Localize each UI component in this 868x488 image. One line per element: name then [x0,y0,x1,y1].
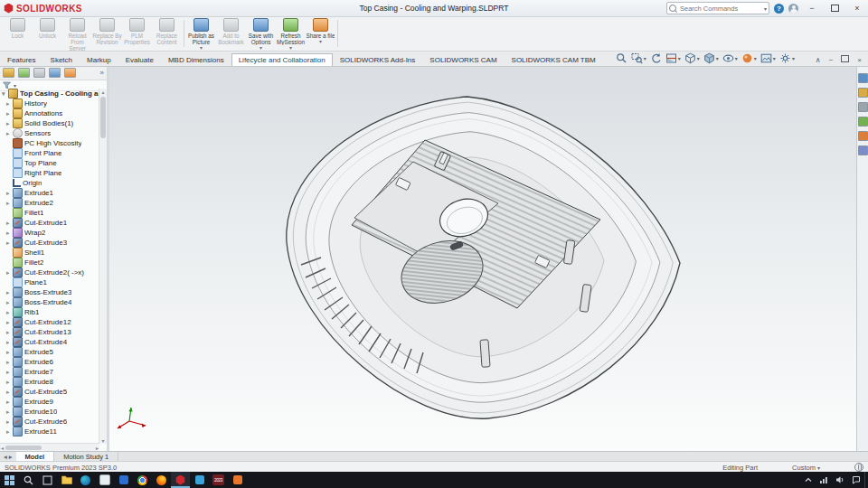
tab-solidworks-cam[interactable]: SOLIDWORKS CAM [422,53,504,66]
tree-item[interactable]: Fillet2 [0,258,99,267]
tree-item[interactable]: ▸Extrude5 [0,347,99,357]
chrome-icon[interactable] [133,472,152,488]
scroll-up-icon[interactable]: ▴ [101,89,104,95]
section-view-icon[interactable]: ▾ [665,52,681,64]
tree-item[interactable]: ▸Extrude9 [0,397,99,407]
tree-item[interactable]: ▸Boss-Extrude4 [0,297,99,307]
tree-item[interactable]: ▸Cut-Extrude5 [0,387,99,397]
replace-content-button[interactable]: Replace Content [152,16,182,51]
share-a-file-button[interactable]: Share a file▾ [306,16,335,51]
previous-view-icon[interactable] [650,52,662,64]
tree-item[interactable]: ▸Cut-Extrude13 [0,327,99,337]
network-icon[interactable] [819,475,829,484]
doc-minimize-button[interactable]: − [829,56,834,64]
help-icon[interactable]: ? [774,4,784,14]
tree-item[interactable]: Right Plane [0,168,99,178]
scroll-thumb[interactable] [100,97,106,138]
zoom-area-icon[interactable]: ▾ [631,52,646,64]
tree-item[interactable]: Plane1 [0,277,99,287]
filter-caret-icon[interactable]: ▾ [14,82,16,89]
unlock-button[interactable]: Unlock [33,16,62,51]
tab-markup[interactable]: Markup [80,53,118,66]
status-globe-icon[interactable] [854,463,863,472]
task-view-icon[interactable] [38,472,57,488]
tab-solidworks-add-ins[interactable]: SOLIDWORKS Add-Ins [333,53,423,66]
chevron-right-icon[interactable]: ▸ [6,130,13,136]
reload-from-server-button[interactable]: Reload From Server [62,16,92,51]
dropdown-caret-icon[interactable]: ▾ [319,39,322,44]
chevron-right-icon[interactable]: ▸ [6,418,13,425]
chevron-right-icon[interactable]: ▸ [6,120,13,127]
chevron-right-icon[interactable]: ▸ [6,239,13,246]
scroll-thumb[interactable] [5,446,42,450]
tree-item[interactable]: Fillet1 [0,208,99,218]
tree-item[interactable]: ▸Sensors [0,128,99,138]
tree-item[interactable]: Origin [0,178,99,188]
chevron-right-icon[interactable]: ▸ [6,319,13,325]
tree-item[interactable]: ▸Extrude7 [0,367,99,377]
chevron-right-icon[interactable]: ▸ [6,408,13,415]
refresh-mysession-button[interactable]: Refresh MySession▾ [276,16,306,51]
chevron-right-icon[interactable]: ▸ [6,200,13,206]
tree-item[interactable]: ▸Extrude10 [0,407,99,417]
window-minimize-button[interactable]: − [803,1,821,15]
displaymanager-tab-icon[interactable] [64,68,76,78]
tab-solidworks-cam-tbm[interactable]: SOLIDWORKS CAM TBM [505,53,603,66]
add-to-bookmark-button[interactable]: Add to Bookmark [216,16,246,51]
tree-horizontal-scrollbar[interactable]: ◂▸ [0,443,99,451]
tree-item[interactable]: ▸Boss-Extrude3 [0,287,99,297]
taskbar-search-icon[interactable] [19,472,38,488]
tab-lifecycle-and-collaboration[interactable]: Lifecycle and Collaboration [231,53,333,66]
window-close-button[interactable]: × [848,1,866,15]
tree-item[interactable]: ▸Cut-Extrude1 [0,218,99,228]
taskpane-view-palette-icon[interactable] [858,117,868,127]
volume-icon[interactable] [835,475,845,484]
tab-evaluate[interactable]: Evaluate [118,53,161,66]
scroll-right-icon[interactable]: ▸ [96,445,99,451]
show-desktop-button[interactable] [864,472,868,488]
chevron-right-icon[interactable]: ▸ [6,428,13,435]
dropdown-caret-icon[interactable]: ▾ [259,45,262,51]
chevron-right-icon[interactable]: ▸ [6,299,13,305]
chevron-right-icon[interactable]: ▸ [6,379,13,385]
doc-restore-button[interactable] [841,55,849,64]
tree-item[interactable]: ▸Cut-Extrude6 [0,417,99,427]
scroll-down-icon[interactable]: ▾ [101,437,104,444]
firefox-icon[interactable] [152,472,171,488]
chevron-right-icon[interactable]: ▸ [6,269,13,276]
chevron-right-icon[interactable]: ▸ [6,369,13,375]
taskpane-home-icon[interactable] [858,73,868,83]
plm-properties-button[interactable]: PLM Properties [122,16,152,51]
tree-item[interactable]: ▸Cut-Extrude3 [0,238,99,248]
view-orientation-icon[interactable]: ▾ [684,52,700,64]
lock-button[interactable]: Lock [3,16,33,51]
save-with-options-button[interactable]: Save with Options▾ [246,16,276,51]
search-input[interactable] [678,4,764,14]
tree-item[interactable]: ▸Cut-Extrude4 [0,337,99,347]
tree-item[interactable]: ▸Rib1 [0,307,99,317]
tree-item[interactable]: PC High Viscosity [0,138,99,148]
graphics-viewport[interactable] [109,66,857,451]
taskpane-design-library-icon[interactable] [858,88,868,98]
solidworks-app-icon[interactable] [171,472,190,488]
tab-sketch[interactable]: Sketch [43,53,80,66]
tree-item[interactable]: Shell1 [0,248,99,258]
featuremanager-tab-icon[interactable] [3,68,14,78]
scroll-left-icon[interactable]: ◂ [1,445,4,451]
dimxpertmanager-tab-icon[interactable] [49,68,61,78]
file-explorer-icon[interactable] [57,472,76,488]
sheet-tabs-left-icon[interactable]: ◂ [4,453,7,461]
chevron-right-icon[interactable]: ▸ [6,339,13,345]
app-blue-2-icon[interactable] [190,472,209,488]
tab-mbd-dimensions[interactable]: MBD Dimensions [161,53,231,66]
chevron-right-icon[interactable]: ▸ [6,389,13,395]
tab-features[interactable]: Features [0,53,43,66]
solidworks-2023-icon[interactable]: 2023 [209,472,228,488]
tree-item[interactable]: ▸Annotations [0,108,99,118]
view-settings-icon[interactable]: ▾ [779,52,795,64]
window-maximize-button[interactable] [826,1,844,15]
chevron-right-icon[interactable]: ▸ [6,100,13,107]
action-center-icon[interactable] [852,475,861,484]
chevron-right-icon[interactable]: ▸ [6,349,13,355]
propertymanager-tab-icon[interactable] [18,68,30,78]
